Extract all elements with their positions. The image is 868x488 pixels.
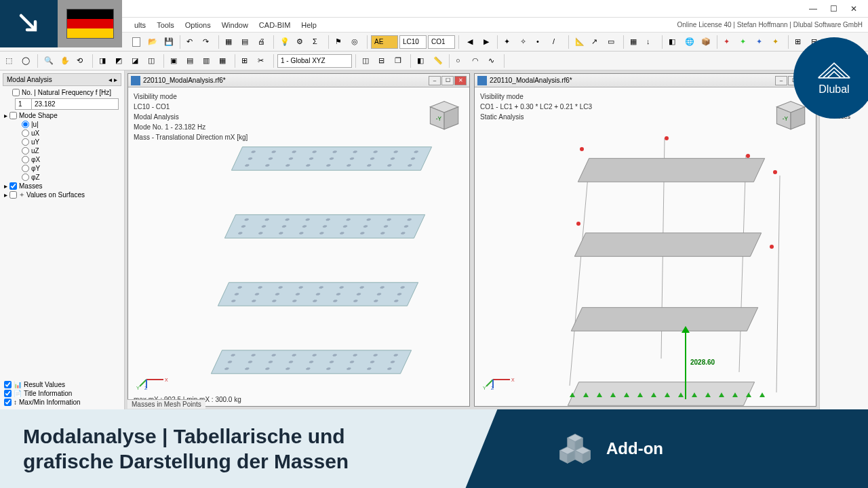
tb2-cascade-icon[interactable]: ❐ [392, 54, 407, 68]
toolbar-undo-icon[interactable]: ↶ [184, 35, 199, 49]
toolbar-color3-icon[interactable]: ✦ [753, 35, 768, 49]
tb2-measure-icon[interactable]: 📏 [431, 54, 446, 68]
toolbar-calc-icon[interactable]: Σ [310, 35, 325, 49]
radio-ux[interactable] [22, 129, 29, 137]
toolbar-bulb-icon[interactable]: 💡 [277, 35, 292, 49]
check-title-info[interactable] [4, 390, 12, 397]
tb2-grid2-icon[interactable]: ⊞ [239, 54, 254, 68]
combo-lc[interactable]: LC10 [399, 35, 427, 49]
toolbar-line-icon[interactable]: / [550, 35, 565, 49]
toolbar-axis-icon[interactable]: ✦ [501, 35, 516, 49]
toolbar-target-icon[interactable]: ◎ [349, 35, 363, 49]
view-left-canvas[interactable]: Visibility mode LC10 - CO1 Modal Analysi… [128, 87, 469, 406]
vos-row[interactable]: ▸✦Values on Surfaces [3, 190, 121, 199]
toolbar-misc1-icon[interactable]: ⊞ [792, 35, 807, 49]
masses-row[interactable]: ▸Masses [3, 182, 121, 190]
tb2-view-top-icon[interactable]: ◩ [113, 54, 127, 68]
view-window-right: 220110_ModalAnalysis.rf6* – ☐ ✕ Visibili… [474, 73, 816, 407]
view-right-canvas[interactable]: Visibility mode CO1 - LC1 + 0.30 * LC2 +… [475, 87, 816, 406]
mode-shape-check[interactable] [9, 112, 17, 119]
view-right-titlebar[interactable]: 220110_ModalAnalysis.rf6* – ☐ ✕ [475, 74, 816, 87]
menu-cad-bim[interactable]: CAD-BIM [254, 21, 296, 29]
toolbar-arrow-left-icon[interactable]: ◀ [462, 35, 477, 49]
toolbar-flag-icon[interactable]: ⚑ [332, 35, 347, 49]
window-close-button[interactable]: ✕ [844, 2, 864, 16]
toolbar-color1-icon[interactable]: ✦ [721, 35, 736, 49]
menu-results[interactable]: ults [129, 21, 151, 29]
window-minimize-button[interactable]: — [803, 2, 823, 16]
check-result-values[interactable] [4, 381, 12, 388]
check-maxmin[interactable] [4, 399, 12, 406]
menu-window[interactable]: Window [216, 21, 254, 29]
toolbar-new-icon[interactable] [129, 35, 144, 49]
toolbar-layers-icon[interactable]: ▤ [239, 35, 254, 49]
toolbar-mesh-icon[interactable]: ▦ [627, 35, 642, 49]
view-left-min[interactable]: – [429, 76, 441, 85]
tb2-tile-v-icon[interactable]: ⊟ [376, 54, 391, 68]
tb2-view-side-icon[interactable]: ◫ [145, 54, 160, 68]
toolbar-select-icon[interactable]: ▭ [605, 35, 620, 49]
menu-help[interactable]: Help [296, 21, 322, 29]
bottom-tab[interactable]: Masses in Mesh Points [127, 399, 205, 409]
radio-phiz[interactable] [22, 174, 29, 181]
toolbar-box-icon[interactable]: 📦 [698, 35, 713, 49]
toolbar-earth-icon[interactable]: 🌐 [682, 35, 697, 49]
toolbar-arrow2-icon[interactable]: ↗ [589, 35, 604, 49]
toolbar-open-icon[interactable]: 📂 [145, 35, 160, 49]
radio-phiy[interactable] [22, 165, 29, 172]
mode-shape-row[interactable]: ▸ Mode Shape [3, 111, 121, 120]
freq-table[interactable]: 1 23.182 [15, 98, 119, 110]
tb2-lasso-icon[interactable]: ◯ [19, 54, 34, 68]
view-left-close[interactable]: ✕ [454, 76, 467, 85]
vos-check[interactable] [9, 191, 17, 199]
view-left-max[interactable]: ☐ [441, 76, 454, 85]
radio-phix[interactable] [22, 156, 29, 163]
view-right-min[interactable]: – [775, 76, 787, 85]
sidebar-panel-title[interactable]: Modal Analysis ◂ ▸ [3, 73, 121, 86]
tb2-tile-h-icon[interactable]: ◫ [359, 54, 374, 68]
radio-uz[interactable] [22, 147, 29, 155]
tb2-spline-icon[interactable]: ∿ [486, 54, 500, 68]
combo-ae[interactable]: AE [371, 35, 398, 49]
toolbar-color4-icon[interactable]: ✦ [770, 35, 785, 49]
toolbar-arrow-right-icon[interactable]: ▶ [479, 35, 494, 49]
tb2-view-iso-icon[interactable]: ◨ [96, 54, 111, 68]
tb2-render1-icon[interactable]: ▣ [167, 54, 182, 68]
toolbar-snap-icon[interactable]: ✧ [517, 35, 532, 49]
toolbar-save-icon[interactable]: 💾 [161, 35, 176, 49]
toolbar-color2-icon[interactable]: ✦ [737, 35, 752, 49]
tb2-render4-icon[interactable]: ▦ [216, 54, 231, 68]
toolbar-print-icon[interactable]: 🖨 [255, 35, 270, 49]
toolbar-dim-icon[interactable]: 📐 [572, 35, 587, 49]
tb2-view-front-icon[interactable]: ◪ [129, 54, 144, 68]
radio-u[interactable] [22, 121, 29, 128]
tb2-clip-icon[interactable]: ✂ [255, 54, 270, 68]
masses-check[interactable] [9, 182, 17, 190]
toolbar-load-icon[interactable]: ↓ [644, 35, 658, 49]
toolbar-cube-icon[interactable]: ◧ [666, 35, 681, 49]
tb2-rotate-icon[interactable]: ⟲ [74, 54, 89, 68]
radio-uy[interactable] [22, 138, 29, 146]
tb2-render3-icon[interactable]: ▥ [200, 54, 215, 68]
toolbar-gear-icon[interactable]: ⚙ [294, 35, 309, 49]
combo-co[interactable]: CO1 [428, 35, 455, 49]
menu-tools[interactable]: Tools [151, 21, 180, 29]
tb2-select-icon[interactable]: ⬚ [3, 54, 18, 68]
label-phiz: φZ [31, 174, 40, 181]
menu-options[interactable]: Options [180, 21, 216, 29]
view-cube-icon[interactable]: -Y [422, 92, 464, 134]
label-ux: uX [31, 129, 39, 137]
toolbar-grid-icon[interactable]: ▦ [222, 35, 237, 49]
tb2-cube2-icon[interactable]: ◧ [414, 54, 429, 68]
toolbar-redo-icon[interactable]: ↷ [200, 35, 215, 49]
view-left-titlebar[interactable]: 220110_ModalAnalysis.rf6* – ☐ ✕ [128, 74, 469, 87]
toolbar-node-icon[interactable]: • [534, 35, 549, 49]
tb2-circle-icon[interactable]: ○ [453, 54, 468, 68]
tb2-pan-icon[interactable]: ✋ [58, 54, 73, 68]
tb2-arc-icon[interactable]: ◠ [469, 54, 484, 68]
freq-checkbox[interactable] [12, 89, 20, 96]
window-maximize-button[interactable]: ☐ [823, 2, 844, 16]
combo-csys[interactable]: 1 - Global XYZ [277, 54, 352, 68]
tb2-render2-icon[interactable]: ▤ [184, 54, 199, 68]
tb2-zoom-icon[interactable]: 🔍 [41, 54, 56, 68]
